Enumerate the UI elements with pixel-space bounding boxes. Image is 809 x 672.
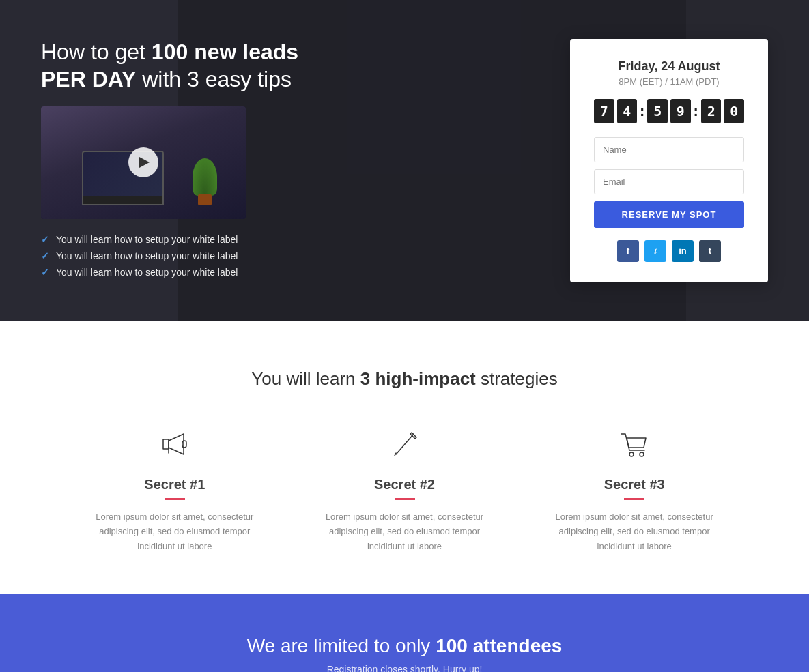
svg-point-3 [629, 452, 634, 456]
strategy-divider-2 [395, 498, 415, 500]
hero-title-perday: PER DAY [41, 67, 136, 91]
name-input[interactable] [594, 137, 744, 162]
hero-title-part3: with 3 easy tips [136, 67, 292, 91]
check-icon-1: ✓ [41, 234, 49, 245]
registration-card: Friday, 24 August 8PM (EET) / 11AM (PDT)… [570, 39, 768, 282]
hero-left-content: How to get 100 new leads PER DAY with 3 … [41, 38, 396, 283]
hero-right-content: Friday, 24 August 8PM (EET) / 11AM (PDT)… [570, 39, 768, 282]
hero-image [41, 106, 246, 219]
check-icon-2: ✓ [41, 250, 49, 261]
feature-text-3: You will learn how to setup your white l… [56, 267, 238, 278]
strategy-name-2: Secret #2 [310, 477, 499, 493]
countdown-digit-5: 0 [724, 99, 744, 123]
strategy-item-1: Secret #1 Lorem ipsum dolor sit amet, co… [81, 424, 270, 553]
cta-title-bold: 100 attendees [436, 635, 562, 656]
email-input[interactable] [594, 169, 744, 194]
event-time: 8PM (EET) / 11AM (PDT) [594, 76, 744, 87]
strategy-name-1: Secret #1 [81, 477, 270, 493]
countdown-digit-1: 4 [617, 99, 638, 123]
strategy-divider-1 [165, 498, 185, 500]
twitter-share-button[interactable]: 𝑡 [644, 240, 666, 262]
hero-title: How to get 100 new leads PER DAY with 3 … [41, 38, 396, 93]
countdown-separator-1: : [640, 99, 644, 123]
svg-line-1 [396, 434, 414, 454]
scalpel-icon [388, 427, 422, 461]
svg-rect-0 [182, 441, 186, 448]
countdown-digit-2: 5 [647, 99, 668, 123]
hero-title-part1: How to get [41, 40, 152, 64]
strategies-title-part1: You will learn [251, 368, 360, 389]
strategy-desc-2: Lorem ipsum dolor sit amet, consectetur … [310, 510, 499, 553]
feature-item-1: ✓ You will learn how to setup your white… [41, 234, 396, 245]
countdown-digit-3: 9 [670, 99, 691, 123]
feature-item-3: ✓ You will learn how to setup your white… [41, 267, 396, 278]
plant [191, 158, 218, 205]
svg-line-2 [395, 453, 396, 456]
strategies-title-part2: strategies [476, 368, 558, 389]
svg-point-4 [640, 452, 644, 456]
strategy-item-2: Secret #2 Lorem ipsum dolor sit amet, co… [310, 424, 499, 553]
reserve-spot-button[interactable]: RESERVE MY SPOT [594, 201, 744, 228]
plant-leaves [193, 158, 217, 196]
strategies-title: You will learn 3 high-impact strategies [27, 368, 782, 390]
countdown-digit-0: 7 [594, 99, 614, 123]
plant-pot [198, 194, 212, 205]
countdown-digit-4: 2 [701, 99, 722, 123]
hero-title-bold: 100 new leads [152, 40, 298, 64]
strategy-item-3: Secret #3 Lorem ipsum dolor sit amet, co… [540, 424, 729, 553]
event-date: Friday, 24 August [594, 59, 744, 74]
hero-section: How to get 100 new leads PER DAY with 3 … [0, 0, 809, 321]
linkedin-share-button[interactable]: in [672, 240, 694, 262]
cta-title: We are limited to only 100 attendees [27, 635, 782, 657]
check-icon-3: ✓ [41, 267, 49, 278]
feature-text-2: You will learn how to setup your white l… [56, 250, 238, 261]
facebook-share-button[interactable]: f [617, 240, 639, 262]
cta-title-part1: We are limited to only [247, 635, 436, 656]
countdown-separator-2: : [694, 99, 698, 123]
strategy-divider-3 [624, 498, 644, 500]
tumblr-share-button[interactable]: t [699, 240, 721, 262]
cta-subtitle: Registration closes shortly. Hurry up! [27, 664, 782, 672]
play-button[interactable] [128, 147, 158, 177]
social-share-buttons: f 𝑡 in t [594, 240, 744, 262]
strategy-icon-1 [81, 424, 270, 465]
cta-section: We are limited to only 100 attendees Reg… [0, 594, 809, 672]
strategy-icon-3 [540, 424, 729, 465]
countdown-timer: 7 4 : 5 9 : 2 0 [594, 99, 744, 123]
strategies-title-bold: 3 high-impact [360, 368, 476, 389]
strategy-icon-2 [310, 424, 499, 465]
strategy-name-3: Secret #3 [540, 477, 729, 493]
feature-item-2: ✓ You will learn how to setup your white… [41, 250, 396, 261]
strategies-section: You will learn 3 high-impact strategies … [0, 321, 809, 594]
cart-icon [616, 426, 653, 463]
strategy-desc-3: Lorem ipsum dolor sit amet, consectetur … [540, 510, 729, 553]
megaphone-icon [158, 427, 192, 461]
feature-text-1: You will learn how to setup your white l… [56, 234, 238, 245]
strategy-desc-1: Lorem ipsum dolor sit amet, consectetur … [81, 510, 270, 553]
hero-features-list: ✓ You will learn how to setup your white… [41, 234, 396, 278]
strategies-grid: Secret #1 Lorem ipsum dolor sit amet, co… [81, 424, 729, 553]
